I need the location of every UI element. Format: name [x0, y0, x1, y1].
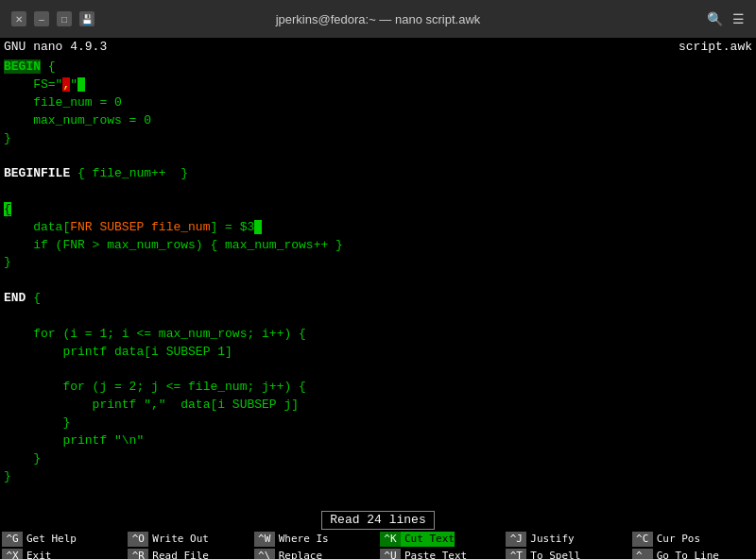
- minimize-button[interactable]: –: [34, 11, 49, 26]
- label-cur-pos: Cur Pos: [653, 532, 700, 546]
- window-title: jperkins@fedora:~ — nano script.awk: [276, 12, 481, 26]
- code-line: [4, 362, 752, 380]
- shortcut-justify: ^J Justify ^T To Spell: [504, 531, 629, 559]
- key-ctrl-g: ^G: [2, 532, 23, 546]
- code-line: for (j = 2; j <= file_num; j++) {: [4, 379, 752, 397]
- code-line: }: [4, 450, 752, 468]
- shortcut-to-spell: ^T To Spell: [504, 548, 629, 559]
- code-line: }: [4, 415, 752, 432]
- status-message: Read 24 lines: [321, 511, 434, 530]
- shortcut-paste-text: ^U Paste Text: [378, 548, 504, 559]
- key-ctrl-backslash: ^\: [254, 549, 275, 559]
- code-line: printf data[i SUBSEP 1]: [4, 344, 752, 362]
- code-line: BEGINFILE { file_num++ }: [4, 165, 752, 183]
- shortcut-get-help: ^G Get Help: [0, 531, 126, 547]
- titlebar-controls: ✕ – □ 💾: [11, 11, 94, 26]
- shortcut-write-out: ^O Write Out: [126, 531, 251, 547]
- code-line: FS=",": [4, 76, 752, 94]
- code-line: }: [4, 130, 752, 148]
- code-line: if (FNR > max_num_rows) { max_num_rows++…: [4, 237, 752, 255]
- code-line: printf "\n": [4, 432, 752, 450]
- nano-version: GNU nano 4.9.3: [4, 39, 107, 56]
- titlebar-actions: 🔍 ☰: [707, 11, 745, 26]
- key-ctrl-j: ^J: [506, 532, 526, 546]
- maximize-button[interactable]: □: [57, 11, 72, 26]
- nano-editor: GNU nano 4.9.3 script.awk BEGIN { FS=","…: [0, 38, 756, 559]
- code-area[interactable]: BEGIN { FS="," file_num = 0 max_num_rows…: [0, 57, 756, 510]
- label-read-file: Read File: [148, 549, 209, 559]
- nano-header: GNU nano 4.9.3 script.awk: [0, 38, 756, 57]
- code-line: [4, 308, 752, 326]
- code-line: {: [4, 201, 752, 219]
- key-ctrl-w: ^W: [254, 532, 275, 546]
- code-line: [4, 272, 752, 290]
- code-line: file_num = 0: [4, 94, 752, 112]
- shortcut-search: ^W Where Is ^\ Replace: [252, 531, 378, 559]
- key-ctrl-r: ^R: [128, 549, 148, 559]
- label-to-spell: To Spell: [526, 549, 580, 559]
- titlebar: ✕ – □ 💾 jperkins@fedora:~ — nano script.…: [0, 0, 756, 38]
- search-icon[interactable]: 🔍: [707, 11, 723, 26]
- key-ctrl-u: ^U: [380, 549, 401, 559]
- code-line: for (i = 1; i <= max_num_rows; i++) {: [4, 326, 752, 344]
- label-replace: Replace: [275, 549, 322, 559]
- key-ctrl-t: ^T: [506, 549, 526, 559]
- code-line: [4, 147, 752, 165]
- menu-icon[interactable]: ☰: [732, 11, 745, 26]
- shortcut-replace: ^\ Replace: [252, 548, 378, 559]
- code-line: BEGIN {: [4, 59, 752, 76]
- label-justify: Justify: [526, 532, 574, 546]
- shortcut-go-to-line: ^_ Go To Line: [630, 548, 756, 559]
- shortcut-write: ^O Write Out ^R Read File: [126, 531, 251, 559]
- label-paste-text: Paste Text: [401, 549, 467, 559]
- shortcut-cut: ^K Cut Text ^U Paste Text: [378, 531, 504, 559]
- label-get-help: Get Help: [23, 532, 77, 546]
- shortcut-read-file: ^R Read File: [126, 548, 251, 559]
- shortcut-justify: ^J Justify: [504, 531, 629, 547]
- shortcut-cur-pos: ^C Cur Pos: [630, 531, 756, 547]
- shortcut-cut-text: ^K Cut Text: [378, 531, 504, 547]
- shortcut-exit: ^X Exit: [0, 548, 126, 559]
- key-ctrl-k: ^K: [380, 532, 401, 546]
- nano-filename: script.awk: [679, 39, 752, 56]
- nano-status: Read 24 lines: [0, 510, 756, 531]
- label-cut-text: Cut Text: [401, 532, 455, 546]
- key-ctrl-o: ^O: [128, 532, 148, 546]
- label-where-is: Where Is: [275, 532, 329, 546]
- label-exit: Exit: [23, 549, 52, 559]
- shortcut-pos: ^C Cur Pos ^_ Go To Line: [630, 531, 756, 559]
- close-button[interactable]: ✕: [11, 11, 26, 26]
- code-line: max_num_rows = 0: [4, 112, 752, 130]
- shortcut-help: ^G Get Help ^X Exit: [0, 531, 126, 559]
- key-ctrl-x: ^X: [2, 549, 23, 559]
- key-ctrl-c: ^C: [632, 532, 653, 546]
- code-line: data[FNR SUBSEP file_num] = $3: [4, 219, 752, 237]
- code-line: END {: [4, 290, 752, 308]
- key-ctrl-underscore: ^_: [632, 549, 653, 559]
- nano-shortcuts: ^G Get Help ^X Exit ^O Write Out ^R Read…: [0, 531, 756, 559]
- label-go-to-line: Go To Line: [653, 549, 719, 559]
- save-button[interactable]: 💾: [79, 11, 94, 26]
- shortcut-where-is: ^W Where Is: [252, 531, 378, 547]
- label-write-out: Write Out: [148, 532, 209, 546]
- code-line: }: [4, 468, 752, 486]
- code-line: printf "," data[i SUBSEP j]: [4, 397, 752, 415]
- code-line: }: [4, 254, 752, 272]
- code-line: [4, 183, 752, 201]
